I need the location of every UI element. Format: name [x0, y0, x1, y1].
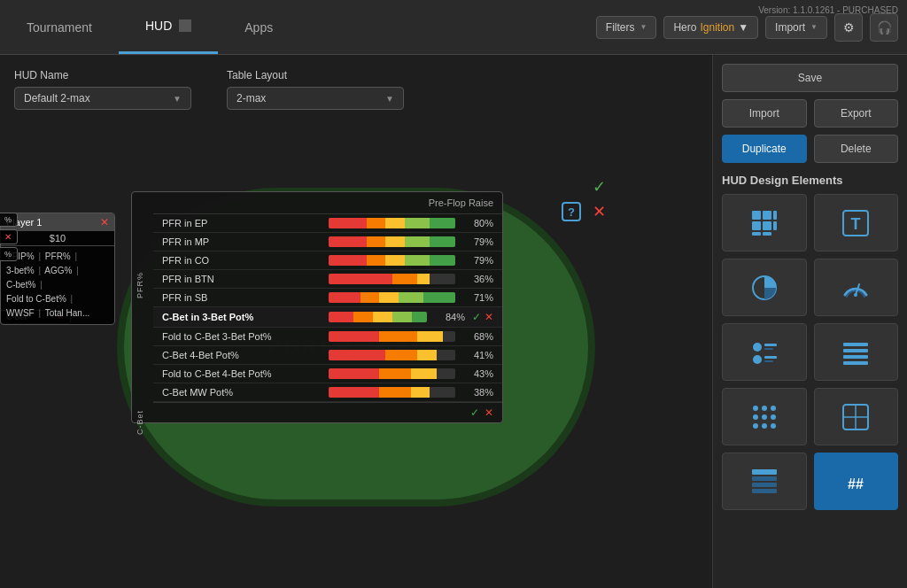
- import-button[interactable]: Import: [722, 99, 807, 128]
- table-layout-select[interactable]: 2-max ▼: [227, 87, 404, 110]
- design-item-dots-grid[interactable]: [722, 388, 807, 445]
- stat-row-fold-cbet-4bet: Fold to C-Bet 4-Bet Pot% 43%: [153, 365, 502, 383]
- svg-rect-15: [764, 348, 773, 350]
- stats-popup: PFR% C-Bet Pre-Flop Raise PFR in EP: [131, 191, 503, 423]
- filters-arrow-icon: ▼: [640, 23, 647, 31]
- top-bar: Tournament HUD Apps Filters ▼ Hero Ignit…: [0, 0, 907, 55]
- svg-point-30: [762, 423, 767, 429]
- duplicate-button[interactable]: Duplicate: [722, 135, 807, 163]
- headphones-button[interactable]: 🎧: [870, 13, 898, 42]
- pfr-side-label: PFR%: [132, 210, 148, 360]
- import-dropdown[interactable]: Import ▼: [765, 16, 827, 39]
- svg-rect-38: [752, 489, 777, 493]
- svg-point-16: [753, 355, 762, 364]
- svg-rect-5: [763, 232, 771, 236]
- tab-tournament[interactable]: Tournament: [0, 0, 119, 54]
- table-layout-group: Table Layout 2-max ▼: [227, 69, 404, 110]
- svg-point-31: [771, 423, 776, 429]
- right-panel: Save Import Export Duplicate Delete HUD …: [712, 55, 907, 588]
- svg-rect-2: [752, 221, 761, 230]
- stat-row-fold-cbet-3bet: Fold to C-Bet 3-Bet Pot% 68%: [153, 328, 502, 346]
- toolbar: Filters ▼ Hero Ignition ▼ Import ▼ ⚙ 🎧: [596, 13, 907, 42]
- stat-bar-pfr-btn: [329, 274, 455, 284]
- save-button[interactable]: Save: [722, 64, 898, 92]
- stat-bar-pfr-sb: [329, 292, 455, 303]
- hud-tab-icon: [179, 19, 191, 32]
- design-grid: T: [722, 194, 898, 510]
- hero-arrow-icon: ▼: [738, 21, 748, 34]
- hud-name-label: HUD Name: [14, 69, 191, 81]
- stat-row-pfr-ep: PFR in EP 80%: [153, 214, 502, 233]
- stat-row-pfr-sb: PFR in SB 71%: [153, 289, 502, 307]
- side-box-3bet-btn: 3-Bet I %: [0, 247, 18, 261]
- svg-rect-1: [763, 211, 771, 220]
- design-item-pie[interactable]: [722, 259, 807, 316]
- popup-confirm-icon[interactable]: ✓: [470, 406, 479, 419]
- svg-rect-19: [843, 343, 868, 346]
- player-hud-close-icon[interactable]: ✕: [100, 216, 109, 228]
- design-item-text[interactable]: T: [814, 194, 899, 251]
- delete-button[interactable]: Delete: [814, 135, 899, 163]
- table-confirm-icon[interactable]: ✓: [593, 177, 606, 197]
- stat-bar-pfr-ep: [329, 218, 455, 228]
- side-boxes: 3-Bet E % 3-Bet C ✕ 3-Bet I % ✕: [0, 213, 18, 274]
- svg-point-24: [762, 406, 767, 411]
- design-item-hash[interactable]: ##: [814, 453, 899, 510]
- table-layout-arrow-icon: ▼: [385, 94, 394, 104]
- cbet-confirm-icon[interactable]: ✓: [472, 311, 481, 323]
- svg-rect-35: [752, 469, 777, 475]
- hud-name-select[interactable]: Default 2-max ▼: [14, 87, 191, 110]
- export-button[interactable]: Export: [814, 99, 899, 128]
- version-text: Version: 1.1.0.1261 - PURCHASED: [758, 5, 898, 15]
- nav-tabs: Tournament HUD Apps: [0, 0, 299, 54]
- tab-hud[interactable]: HUD: [119, 0, 218, 54]
- side-close-icon[interactable]: ✕: [4, 232, 12, 242]
- stat-row-pfr-mp: PFR in MP 79%: [153, 233, 502, 251]
- svg-point-26: [753, 414, 758, 420]
- stat-bar-cbet-4bet: [329, 350, 455, 360]
- table-layout-label: Table Layout: [227, 69, 404, 81]
- settings-button[interactable]: ⚙: [834, 13, 863, 42]
- svg-text:##: ##: [848, 476, 864, 491]
- hero-dropdown[interactable]: Hero Ignition ▼: [663, 16, 758, 39]
- design-elements-title: HUD Design Elements: [722, 174, 898, 187]
- svg-rect-14: [764, 344, 777, 346]
- svg-point-12: [854, 293, 857, 297]
- stat-bar-pfr-co: [329, 255, 455, 266]
- stat-bar-cbet-3bet: [329, 312, 427, 322]
- svg-rect-36: [752, 476, 777, 481]
- cbet-side-label: C-Bet: [132, 369, 148, 476]
- cbet-cancel-icon[interactable]: ✕: [485, 311, 493, 323]
- design-item-table-sm[interactable]: [722, 453, 807, 510]
- table-cancel-icon[interactable]: ✕: [593, 202, 606, 221]
- stat-row-pfr-btn: PFR in BTN 36%: [153, 270, 502, 289]
- help-icon[interactable]: ?: [562, 202, 581, 221]
- design-item-target[interactable]: [814, 388, 899, 445]
- svg-rect-18: [764, 360, 773, 362]
- svg-point-27: [762, 414, 767, 420]
- svg-point-28: [771, 414, 776, 420]
- design-item-arc[interactable]: [814, 259, 899, 316]
- svg-text:T: T: [851, 215, 861, 233]
- popup-cancel-icon[interactable]: ✕: [485, 406, 493, 419]
- cbet-3bet-actions: ✓ ✕: [472, 311, 493, 323]
- duplicate-delete-row: Duplicate Delete: [722, 135, 898, 163]
- svg-point-29: [753, 423, 758, 429]
- hud-name-arrow-icon: ▼: [173, 94, 182, 104]
- filters-dropdown[interactable]: Filters ▼: [596, 16, 657, 39]
- svg-point-13: [753, 343, 762, 352]
- design-item-grid[interactable]: [722, 194, 807, 251]
- svg-rect-37: [752, 483, 777, 487]
- popup-bottom-actions: ✓ ✕: [153, 402, 502, 422]
- design-item-lines[interactable]: [814, 323, 899, 381]
- svg-rect-17: [764, 356, 777, 359]
- player-chips: $10: [1, 231, 114, 246]
- tab-apps[interactable]: Apps: [218, 0, 299, 54]
- svg-rect-4: [752, 232, 761, 236]
- svg-rect-20: [843, 349, 868, 352]
- svg-rect-22: [843, 361, 868, 365]
- stat-row-cbet-mw: C-Bet MW Pot% 38%: [153, 383, 502, 402]
- stat-row-pfr-co: PFR in CO 79%: [153, 251, 502, 270]
- hud-config-row: HUD Name Default 2-max ▼ Table Layout 2-…: [14, 69, 698, 110]
- design-item-profile[interactable]: [722, 323, 807, 381]
